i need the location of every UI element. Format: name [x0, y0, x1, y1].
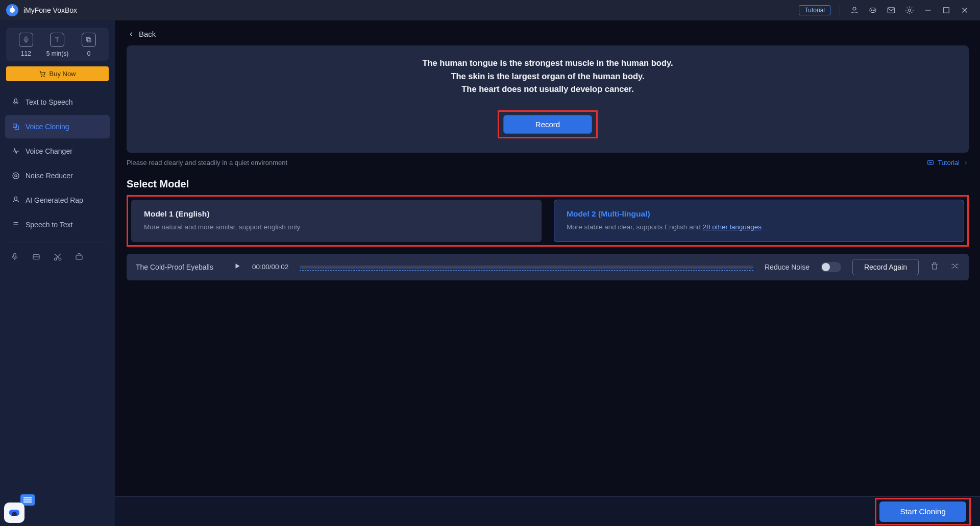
player-row: The Cold-Proof Eyeballs 00:00/00:02 Redu…: [127, 254, 969, 280]
model-1-card[interactable]: Model 1 (English) More natural and more …: [131, 200, 542, 242]
mini-cut-icon[interactable]: [53, 252, 62, 264]
app-title: iMyFone VoxBox: [23, 6, 77, 14]
record-highlight: Record: [498, 110, 598, 138]
nav-noise-reducer[interactable]: Noise Reducer: [5, 164, 110, 187]
settings-icon[interactable]: [904, 5, 915, 15]
record-button[interactable]: Record: [503, 115, 592, 134]
svg-rect-3: [870, 8, 876, 13]
svg-point-20: [13, 173, 19, 179]
reduce-noise-label: Reduce Noise: [765, 263, 810, 271]
footer-bar: Start Cloning: [115, 496, 980, 526]
svg-rect-17: [15, 99, 17, 103]
copy-icon: [82, 33, 96, 47]
start-cloning-button[interactable]: Start Cloning: [879, 501, 966, 522]
stat-minutes: 5 min(s): [42, 33, 72, 57]
delete-icon[interactable]: [930, 261, 939, 272]
svg-rect-1: [12, 6, 13, 8]
nav-voice-cloning[interactable]: Voice Cloning: [5, 115, 110, 138]
mini-record-icon[interactable]: [10, 252, 19, 264]
minimize-icon[interactable]: [923, 5, 933, 15]
nav-text-to-speech[interactable]: Text to Speech: [5, 90, 110, 114]
svg-marker-29: [930, 162, 932, 163]
svg-point-7: [909, 9, 911, 12]
script-line: The human tongue is the strongest muscle…: [137, 57, 959, 70]
model-2-desc: More stable and clear, supports English …: [567, 223, 951, 232]
select-model-title: Select Model: [127, 178, 969, 190]
svg-point-16: [44, 76, 44, 77]
svg-point-15: [41, 76, 42, 77]
svg-point-0: [10, 8, 15, 13]
mini-case-icon[interactable]: [75, 252, 84, 264]
svg-rect-6: [888, 8, 895, 13]
discord-icon[interactable]: [868, 5, 878, 15]
back-button[interactable]: Back: [127, 27, 969, 45]
models-highlight: Model 1 (English) More natural and more …: [127, 195, 969, 247]
titlebar: iMyFone VoxBox Tutorial: [0, 0, 980, 20]
shuffle-icon[interactable]: [950, 261, 960, 272]
mail-icon[interactable]: [886, 5, 896, 15]
maximize-icon[interactable]: [941, 5, 951, 15]
model-2-card[interactable]: Model 2 (Multi-lingual) More stable and …: [554, 200, 964, 242]
play-icon[interactable]: [234, 262, 241, 271]
time-display: 00:00/00:02: [252, 263, 288, 271]
app-logo-icon: [6, 4, 18, 16]
svg-rect-14: [86, 37, 90, 41]
tutorial-link[interactable]: Tutorial: [926, 159, 969, 167]
robot-icon: [4, 503, 24, 523]
script-line: The skin is the largest organ of the hum…: [137, 70, 959, 83]
svg-rect-27: [76, 255, 82, 259]
languages-link[interactable]: 28 other languages: [702, 223, 762, 231]
mini-tools: [0, 247, 115, 269]
record-again-button[interactable]: Record Again: [852, 259, 919, 275]
progress-bar[interactable]: [300, 266, 753, 269]
track-name: The Cold-Proof Eyeballs: [136, 263, 223, 271]
sidebar: 112 5 min(s) 0 Buy Now Text to Speech Vo…: [0, 20, 115, 526]
svg-rect-13: [87, 38, 91, 42]
reduce-noise-toggle[interactable]: [821, 262, 841, 272]
svg-marker-30: [236, 264, 240, 268]
account-icon[interactable]: [849, 5, 860, 15]
nav-ai-generated-rap[interactable]: AI Generated Rap: [5, 188, 110, 212]
nav-voice-changer[interactable]: Voice Changer: [5, 139, 110, 163]
stat-clones: 0: [74, 33, 104, 57]
mini-convert-icon[interactable]: [32, 252, 41, 264]
buy-now-button[interactable]: Buy Now: [6, 66, 109, 81]
text-icon: [50, 33, 64, 47]
svg-point-5: [873, 10, 874, 11]
svg-rect-9: [944, 8, 949, 13]
tutorial-pill-button[interactable]: Tutorial: [799, 5, 830, 15]
sidebar-stats-box: 112 5 min(s) 0: [6, 28, 109, 61]
start-highlight: Start Cloning: [875, 498, 971, 525]
svg-rect-23: [14, 253, 16, 257]
svg-rect-28: [928, 160, 934, 164]
mic-icon: [19, 33, 33, 47]
svg-rect-22: [15, 197, 17, 201]
stat-characters: 112: [11, 33, 41, 57]
main-area: Back The human tongue is the strongest m…: [115, 20, 980, 526]
svg-point-4: [871, 10, 872, 11]
reading-panel: The human tongue is the strongest muscle…: [127, 45, 969, 153]
svg-point-21: [15, 175, 17, 177]
close-icon[interactable]: [960, 5, 970, 15]
reading-hint: Please read clearly and steadily in a qu…: [127, 159, 287, 166]
chatbot-widget[interactable]: [4, 494, 35, 523]
svg-rect-12: [25, 37, 27, 40]
script-line: The heart does not usually develop cance…: [137, 83, 959, 96]
nav-speech-to-text[interactable]: Speech to Text: [5, 213, 110, 236]
svg-point-2: [853, 7, 856, 10]
